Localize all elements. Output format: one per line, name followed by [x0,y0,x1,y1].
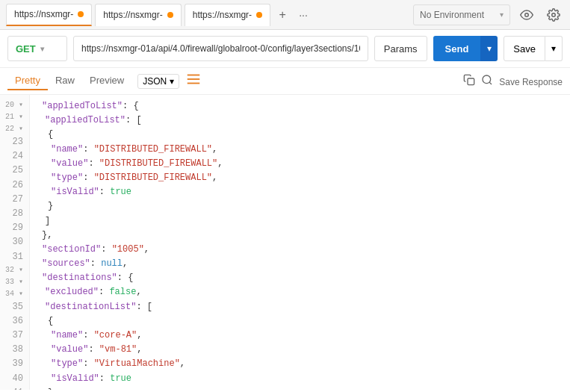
environment-label: No Environment [420,10,484,20]
tab-1-label: https://nsxmgr- [14,9,73,19]
tab-pretty[interactable]: Pretty [7,72,48,90]
response-right-controls: Save Response [463,74,563,89]
format-label: JSON [143,76,167,87]
search-icon[interactable] [481,74,493,89]
tab-1-dot [78,11,84,17]
tab-bar: https://nsxmgr- https://nsxmgr- https://… [0,0,570,30]
params-button[interactable]: Params [374,36,427,61]
tab-3-label: https://nsxmgr- [193,10,252,20]
beautify-button[interactable] [185,71,202,91]
save-response-button[interactable]: Save Response [499,75,563,88]
format-chevron-icon: ▾ [170,76,174,87]
eye-icon[interactable] [516,4,537,25]
send-group: Send ▾ [433,36,498,61]
svg-point-6 [483,75,491,84]
tab-3[interactable]: https://nsxmgr- [185,4,270,26]
format-select[interactable]: JSON ▾ [137,74,179,89]
tab-2-dot [167,12,173,18]
save-dropdown-button[interactable]: ▾ [545,36,563,61]
svg-rect-5 [468,78,474,85]
add-tab-button[interactable]: + [273,6,291,24]
tab-1[interactable]: https://nsxmgr- [6,4,92,26]
copy-icon[interactable] [463,74,475,89]
svg-point-1 [552,13,556,16]
svg-point-0 [525,13,529,16]
environment-chevron-icon: ▾ [500,10,504,19]
code-content[interactable]: "appliedToList": {"appliedToList": [{"na… [30,95,570,390]
tab-raw[interactable]: Raw [48,72,82,90]
method-select[interactable]: GET ▾ [7,36,67,61]
save-group: Save ▾ [504,36,563,61]
send-button[interactable]: Send [433,36,481,61]
tab-3-dot [256,12,262,18]
save-button[interactable]: Save [504,36,545,61]
method-label: GET [16,43,36,55]
tab-2[interactable]: https://nsxmgr- [95,4,181,26]
code-area: 20 ▾21 ▾22 ▾23242526272829303132 ▾33 ▾34… [0,95,570,390]
svg-line-7 [489,82,492,84]
method-chevron-icon: ▾ [40,45,44,53]
response-tabs-bar: Pretty Raw Preview JSON ▾ Save Response [0,68,570,95]
top-right-controls: No Environment ▾ [413,4,564,25]
url-input[interactable] [73,36,368,61]
send-dropdown-button[interactable]: ▾ [480,36,498,61]
tab-preview[interactable]: Preview [82,72,131,90]
settings-icon[interactable] [543,4,564,25]
more-tabs-button[interactable]: ··· [294,6,312,24]
tab-2-label: https://nsxmgr- [103,10,162,20]
environment-select[interactable]: No Environment ▾ [413,4,510,25]
url-bar: GET ▾ Params Send ▾ Save ▾ [0,30,570,68]
line-numbers: 20 ▾21 ▾22 ▾23242526272829303132 ▾33 ▾34… [0,95,30,390]
